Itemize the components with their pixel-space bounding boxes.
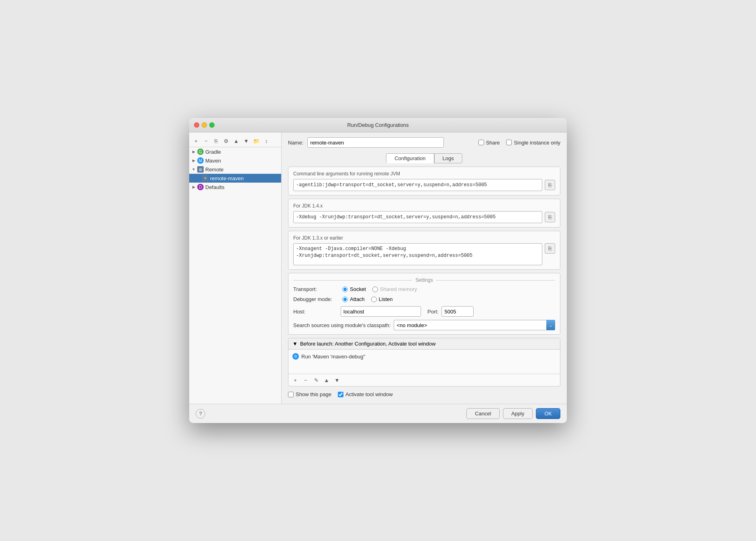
ok-button[interactable]: OK xyxy=(536,408,560,419)
activate-tool-window-checkbox-row[interactable]: Activate tool window xyxy=(338,391,393,397)
cancel-button[interactable]: Cancel xyxy=(466,408,499,419)
move-down-launch-button[interactable]: ▼ xyxy=(333,376,341,384)
single-instance-checkbox[interactable] xyxy=(506,140,512,145)
add-config-button[interactable]: + xyxy=(192,136,200,145)
share-checkbox[interactable] xyxy=(478,140,484,145)
listen-label: Listen xyxy=(379,296,393,302)
main-content: Name: Share Single instance only Configu… xyxy=(282,132,567,404)
module-dropdown-button[interactable]: ⌄ xyxy=(546,320,555,330)
module-select-wrapper: ⌄ xyxy=(394,320,555,330)
share-label: Share xyxy=(486,140,500,146)
share-options: Share Single instance only xyxy=(478,140,560,146)
copy-cmd-args-button[interactable]: ⎘ xyxy=(545,180,555,190)
listen-radio[interactable] xyxy=(371,297,377,302)
title-bar: Run/Debug Configurations xyxy=(189,118,567,132)
sidebar-item-defaults[interactable]: ▶ D Defaults xyxy=(189,183,281,191)
launch-toolbar: + − ✎ ▲ ▼ xyxy=(288,374,560,386)
attach-radio-label[interactable]: Attach xyxy=(342,296,365,302)
sidebar-item-label: Remote xyxy=(205,167,224,173)
debugger-mode-label: Debugger mode: xyxy=(293,296,337,302)
settings-config-button[interactable]: ⚙ xyxy=(222,136,231,145)
transport-radio-group: Socket Shared memory xyxy=(342,286,417,292)
copy-jdk14-button[interactable]: ⎘ xyxy=(545,212,555,222)
maximize-button[interactable] xyxy=(209,122,215,128)
tab-configuration[interactable]: Configuration xyxy=(386,153,434,163)
list-item: ⚙ Run 'Maven 'maven-debug" xyxy=(292,352,556,361)
copy-config-button[interactable]: ⎘ xyxy=(212,136,221,145)
copy-jdk13-button[interactable]: ⎘ xyxy=(545,243,555,254)
sidebar: + − ⎘ ⚙ ▲ ▼ 📁 ↕ ▶ G Gradle ▶ M Maven xyxy=(189,132,282,404)
remote-icon: ⊞ xyxy=(197,166,204,173)
move-up-launch-button[interactable]: ▲ xyxy=(322,376,331,384)
before-launch-title: Before launch: Another Configuration, Ac… xyxy=(300,341,436,347)
folder-button[interactable]: 📁 xyxy=(252,136,261,145)
module-input[interactable] xyxy=(394,320,546,330)
jdk13-section: For JDK 1.3.x or earlier -Xnoagent -Djav… xyxy=(288,231,560,270)
run-maven-icon: ⚙ xyxy=(292,353,299,360)
single-instance-label: Single instance only xyxy=(514,140,560,146)
window-controls xyxy=(194,122,215,128)
activate-tool-window-checkbox[interactable] xyxy=(338,392,343,397)
sidebar-item-maven[interactable]: ▶ M Maven xyxy=(189,156,281,165)
close-button[interactable] xyxy=(194,122,199,128)
cmd-args-label: Command line arguments for running remot… xyxy=(293,171,555,177)
sort-button[interactable]: ↕ xyxy=(262,136,271,145)
add-launch-button[interactable]: + xyxy=(291,376,300,384)
socket-radio[interactable] xyxy=(342,287,348,292)
shared-memory-radio[interactable] xyxy=(372,287,378,292)
debugger-mode-radio-group: Attach Listen xyxy=(342,296,393,302)
port-label: Port: xyxy=(427,309,438,315)
tabs-row: Configuration Logs xyxy=(288,153,560,163)
cmd-args-row: ⎘ xyxy=(293,179,555,191)
single-instance-checkbox-row[interactable]: Single instance only xyxy=(506,140,560,146)
bottom-options: Show this page Activate tool window xyxy=(288,390,560,399)
sidebar-item-label: Gradle xyxy=(205,149,221,155)
transport-row: Transport: Socket Shared memory xyxy=(293,286,555,292)
remove-config-button[interactable]: − xyxy=(202,136,210,145)
sidebar-item-remote-maven[interactable]: ≡ remote-maven xyxy=(189,174,281,183)
launch-item-label: Run 'Maven 'maven-debug" xyxy=(301,354,365,360)
show-page-checkbox-row[interactable]: Show this page xyxy=(288,391,331,397)
cmd-args-section: Command line arguments for running remot… xyxy=(288,167,560,195)
minimize-button[interactable] xyxy=(202,122,207,128)
socket-label: Socket xyxy=(350,286,366,292)
jdk14-section: For JDK 1.4.x ⎘ xyxy=(288,199,560,228)
jdk13-label: For JDK 1.3.x or earlier xyxy=(293,235,555,241)
before-launch-section: ▼ Before launch: Another Configuration, … xyxy=(288,338,560,386)
settings-divider-left xyxy=(293,280,412,281)
listen-radio-label[interactable]: Listen xyxy=(371,296,393,302)
module-row: Search sources using module's classpath:… xyxy=(293,320,555,330)
host-input[interactable] xyxy=(341,306,421,317)
show-page-checkbox[interactable] xyxy=(288,392,294,397)
socket-radio-label[interactable]: Socket xyxy=(342,286,366,292)
jdk13-textarea[interactable]: -Xnoagent -Djava.compiler=NONE -Xdebug -… xyxy=(293,243,542,265)
move-up-button[interactable]: ▲ xyxy=(232,136,241,145)
edit-launch-button[interactable]: ✎ xyxy=(312,376,321,384)
name-input[interactable] xyxy=(307,137,444,148)
transport-label: Transport: xyxy=(293,286,337,292)
jdk14-input[interactable] xyxy=(293,211,542,223)
chevron-right-icon: ▶ xyxy=(192,185,196,189)
sidebar-item-label: Maven xyxy=(205,158,221,164)
port-input[interactable] xyxy=(441,306,474,317)
defaults-icon: D xyxy=(197,184,204,190)
attach-radio[interactable] xyxy=(342,297,348,302)
tab-logs[interactable]: Logs xyxy=(434,153,462,163)
share-checkbox-row[interactable]: Share xyxy=(478,140,500,146)
run-debug-dialog: Run/Debug Configurations + − ⎘ ⚙ ▲ ▼ 📁 ↕… xyxy=(189,118,567,423)
remove-launch-button[interactable]: − xyxy=(301,376,310,384)
before-launch-list: ⚙ Run 'Maven 'maven-debug" xyxy=(288,350,560,374)
help-button[interactable]: ? xyxy=(196,409,205,419)
move-down-button[interactable]: ▼ xyxy=(242,136,251,145)
footer-right: Cancel Apply OK xyxy=(466,408,560,419)
sidebar-item-remote[interactable]: ▼ ⊞ Remote xyxy=(189,165,281,174)
apply-button[interactable]: Apply xyxy=(503,408,533,419)
name-share-row: Name: Share Single instance only xyxy=(288,137,560,148)
settings-divider-right xyxy=(436,280,555,281)
sidebar-item-gradle[interactable]: ▶ G Gradle xyxy=(189,147,281,156)
shared-memory-radio-label[interactable]: Shared memory xyxy=(372,286,417,292)
sidebar-item-label: Defaults xyxy=(205,184,225,190)
cmd-args-input[interactable] xyxy=(293,179,542,191)
debugger-mode-row: Debugger mode: Attach Listen xyxy=(293,296,555,302)
before-launch-header[interactable]: ▼ Before launch: Another Configuration, … xyxy=(288,338,560,350)
